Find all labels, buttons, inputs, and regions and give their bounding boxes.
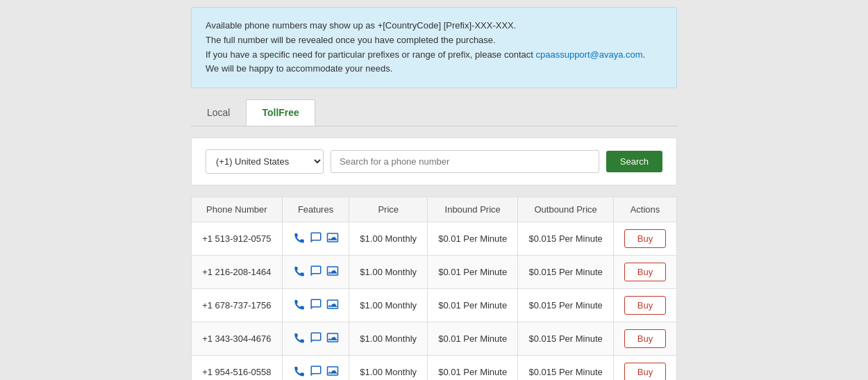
- features-cell: [282, 222, 349, 256]
- inbound-price-cell: $0.01 Per Minute: [428, 256, 518, 289]
- phone-icon: [293, 265, 306, 279]
- inbound-price-cell: $0.01 Per Minute: [428, 222, 518, 256]
- buy-button[interactable]: Buy: [624, 363, 666, 380]
- info-box: Available phone numbers may show up as +…: [191, 7, 677, 88]
- buy-button[interactable]: Buy: [624, 229, 666, 248]
- results-table: Phone Number Features Price Inbound Pric…: [191, 197, 677, 380]
- support-email[interactable]: cpaassupport@avaya.com: [535, 49, 642, 60]
- table-row: +1 343-304-4676 $1.00 Monthly$0.01 Per M…: [192, 322, 677, 356]
- price-cell: $1.00 Monthly: [349, 222, 428, 256]
- search-panel: (+1) United States Search: [191, 138, 677, 185]
- info-line2: The full number will be revealed once yo…: [206, 35, 496, 45]
- phone-number-cell: +1 954-516-0558: [192, 356, 283, 380]
- buy-button[interactable]: Buy: [624, 296, 666, 315]
- inbound-price-cell: $0.01 Per Minute: [428, 289, 518, 322]
- sms-icon: [310, 265, 322, 279]
- tab-tollfree[interactable]: TollFree: [246, 99, 315, 126]
- sms-icon: [310, 365, 322, 379]
- actions-cell: Buy: [613, 222, 676, 256]
- mms-icon: [326, 298, 339, 313]
- phone-number-cell: +1 343-304-4676: [192, 322, 283, 356]
- phone-icon: [293, 298, 306, 313]
- phone-icon: [293, 365, 306, 379]
- actions-cell: Buy: [613, 256, 676, 289]
- actions-cell: Buy: [613, 322, 676, 356]
- inbound-price-cell: $0.01 Per Minute: [428, 322, 518, 356]
- outbound-price-cell: $0.015 Per Minute: [518, 289, 614, 322]
- buy-button[interactable]: Buy: [624, 329, 666, 348]
- phone-icon: [293, 331, 306, 346]
- inbound-price-cell: $0.01 Per Minute: [428, 356, 518, 380]
- actions-cell: Buy: [613, 289, 676, 322]
- main-container: Available phone numbers may show up as +…: [191, 7, 677, 380]
- search-button[interactable]: Search: [606, 151, 662, 172]
- country-select[interactable]: (+1) United States: [206, 149, 324, 174]
- col-header-actions: Actions: [613, 197, 676, 222]
- info-line4: We will be happy to accommodate your nee…: [206, 63, 392, 74]
- price-cell: $1.00 Monthly: [349, 322, 428, 356]
- info-line3-suffix: .: [643, 49, 646, 60]
- tab-local[interactable]: Local: [191, 99, 246, 126]
- outbound-price-cell: $0.015 Per Minute: [518, 356, 614, 380]
- mms-icon: [326, 265, 339, 279]
- table-row: +1 678-737-1756 $1.00 Monthly$0.01 Per M…: [192, 289, 677, 322]
- sms-icon: [310, 298, 322, 313]
- mms-icon: [326, 365, 339, 379]
- actions-cell: Buy: [613, 356, 676, 380]
- features-cell: [282, 256, 349, 289]
- table-row: +1 954-516-0558 $1.00 Monthly$0.01 Per M…: [192, 356, 677, 380]
- col-header-phone: Phone Number: [192, 197, 283, 222]
- features-cell: [282, 356, 349, 380]
- outbound-price-cell: $0.015 Per Minute: [518, 322, 614, 356]
- info-line1: Available phone numbers may show up as +…: [206, 20, 516, 31]
- price-cell: $1.00 Monthly: [349, 356, 428, 380]
- col-header-inbound: Inbound Price: [428, 197, 518, 222]
- tabs-row: Local TollFree: [191, 99, 677, 126]
- outbound-price-cell: $0.015 Per Minute: [518, 222, 614, 256]
- price-cell: $1.00 Monthly: [349, 289, 428, 322]
- mms-icon: [326, 231, 339, 246]
- phone-number-cell: +1 216-208-1464: [192, 256, 283, 289]
- phone-number-cell: +1 513-912-0575: [192, 222, 283, 256]
- col-header-features: Features: [282, 197, 349, 222]
- search-input[interactable]: [331, 150, 599, 173]
- features-cell: [282, 322, 349, 356]
- info-line3-prefix: If you have a specific need for particul…: [206, 49, 535, 60]
- price-cell: $1.00 Monthly: [349, 256, 428, 289]
- sms-icon: [310, 231, 322, 246]
- col-header-outbound: Outbound Price: [518, 197, 614, 222]
- table-row: +1 216-208-1464 $1.00 Monthly$0.01 Per M…: [192, 256, 677, 289]
- table-row: +1 513-912-0575 $1.00 Monthly$0.01 Per M…: [192, 222, 677, 256]
- phone-icon: [293, 231, 306, 246]
- buy-button[interactable]: Buy: [624, 263, 666, 281]
- sms-icon: [310, 331, 322, 346]
- mms-icon: [326, 331, 339, 346]
- phone-number-cell: +1 678-737-1756: [192, 289, 283, 322]
- features-cell: [282, 289, 349, 322]
- outbound-price-cell: $0.015 Per Minute: [518, 256, 614, 289]
- col-header-price: Price: [349, 197, 428, 222]
